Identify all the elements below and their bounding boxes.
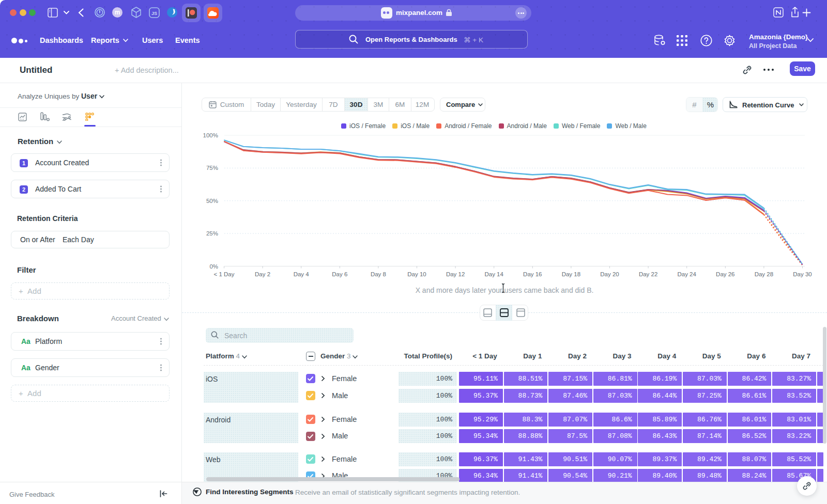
svg-text:Day 14: Day 14 <box>484 271 503 277</box>
svg-text:50%: 50% <box>206 198 218 204</box>
svg-text:Day 26: Day 26 <box>716 271 734 277</box>
svg-text:JS: JS <box>151 11 157 16</box>
svg-text:75%: 75% <box>206 165 218 171</box>
svg-text:Day 2: Day 2 <box>255 271 270 277</box>
svg-text:Day 10: Day 10 <box>407 271 426 277</box>
svg-text:100%: 100% <box>203 132 218 138</box>
svg-text:< 1 Day: < 1 Day <box>214 271 235 277</box>
svg-text:0%: 0% <box>209 263 218 270</box>
svg-text:Day 30: Day 30 <box>793 271 811 277</box>
svg-text:Day 24: Day 24 <box>677 271 696 277</box>
svg-text:Day 4: Day 4 <box>294 271 310 277</box>
svg-text:Day 22: Day 22 <box>639 271 657 277</box>
svg-text:Day 16: Day 16 <box>523 271 542 277</box>
svg-text:Day 12: Day 12 <box>446 271 465 277</box>
svg-text:Day 28: Day 28 <box>755 271 773 277</box>
svg-text:25%: 25% <box>206 230 218 237</box>
svg-text:Day 18: Day 18 <box>562 271 580 277</box>
svg-text:Day 6: Day 6 <box>332 271 347 277</box>
svg-text:Day 20: Day 20 <box>600 271 619 277</box>
svg-text:Day 8: Day 8 <box>371 271 386 277</box>
